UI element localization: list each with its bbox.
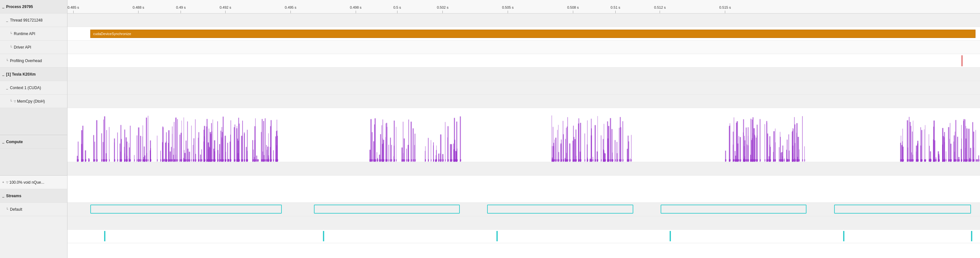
sidebar-item-context-cuda[interactable]: ⎯ Context 1 (CUDA) — [0, 81, 67, 95]
sidebar-item-thread[interactable]: ⎯ Thread 991721248 — [0, 13, 67, 27]
leaf-icon: └ — [5, 207, 9, 212]
teal-tick — [670, 231, 671, 241]
sidebar: ⎯ Process 29795 ⎯ Thread 991721248 └ Run… — [0, 0, 67, 258]
sidebar-item-streams[interactable]: ⎯ Streams — [0, 189, 67, 203]
ruler-tick-label: 0.51 s — [611, 5, 620, 9]
timeline-row-runtime — [67, 40, 980, 54]
ruler-tick: 0.495 s — [285, 5, 296, 13]
runtime-api-label: Runtime API — [14, 32, 35, 36]
ruler-tick-label: 0.512 s — [654, 5, 666, 9]
teal-tick — [104, 231, 105, 241]
sidebar-item-runtime-api[interactable]: └ Runtime API — [0, 27, 67, 40]
minus-icon: ⎯ — [5, 86, 9, 90]
ruler-tick-line — [181, 11, 181, 13]
context-cuda-label: Context 1 (CUDA) — [10, 86, 41, 90]
ruler-tick-line — [442, 11, 443, 13]
ruler-tick-line — [615, 11, 616, 13]
ruler-tick-line — [138, 11, 138, 13]
teal-block[interactable] — [487, 205, 633, 214]
ruler-tick-label: 0.492 s — [220, 5, 231, 9]
leaf-icon: └ — [9, 45, 13, 49]
timeline-row-compute — [67, 162, 980, 176]
cuda-synchronize-bar[interactable]: cudaDeviceSynchronize — [90, 30, 975, 38]
memcpy-spikes-canvas — [67, 108, 980, 162]
timeline-row-streams — [67, 216, 980, 230]
timeline-row-context — [67, 95, 980, 108]
ruler-tick: 0.505 s — [502, 5, 514, 13]
timeline-row-driver — [67, 54, 980, 67]
ruler-tick-label: 0.49 s — [176, 5, 186, 9]
ruler-tick: 0.485 s — [67, 5, 79, 13]
minus-icon: ⎯ — [1, 5, 5, 9]
sidebar-item-tesla[interactable]: ⎯ [1] Tesla K20Xm — [0, 67, 67, 81]
ruler-tick-label: 0.488 s — [133, 5, 144, 9]
ruler-tick-label: 0.515 s — [719, 5, 731, 9]
ruler-tick: 0.508 s — [567, 5, 579, 13]
teal-tick — [496, 231, 498, 241]
filter-icon: ▽ — [6, 181, 8, 184]
ruler-tick-line — [508, 11, 508, 13]
leaf-icon: └ — [9, 32, 13, 36]
ruler-tick-label: 0.502 s — [437, 5, 449, 9]
timeline-ruler: 0.485 s0.488 s0.49 s0.492 s0.495 s0.498 … — [67, 0, 980, 13]
timeline-row-tesla — [67, 81, 980, 95]
ruler-tick-line — [225, 11, 226, 13]
timeline-row-thread: cudaDeviceSynchronize — [67, 27, 980, 40]
sidebar-item-void-nque[interactable]: + ▽ 100.0% void nQue... — [0, 176, 67, 189]
ruler-tick-label: 0.498 s — [350, 5, 361, 9]
sidebar-item-compute[interactable]: ⎯ Compute — [0, 135, 67, 149]
ruler-tick-label: 0.485 s — [67, 5, 79, 9]
ruler-tick: 0.502 s — [437, 5, 449, 13]
tesla-label: [1] Tesla K20Xm — [6, 72, 36, 77]
red-marker — [962, 55, 963, 66]
timeline-row-compute-space — [67, 176, 980, 203]
ruler-tick: 0.512 s — [654, 5, 666, 13]
plus-icon: + — [1, 181, 5, 184]
sidebar-item-profiling-overhead[interactable]: └ Profiling Overhead — [0, 54, 67, 67]
minus-icon: ⎯ — [1, 72, 5, 76]
ruler-tick-line — [725, 11, 725, 13]
sidebar-item-default[interactable]: └ Default — [0, 203, 67, 216]
profiling-overhead-label: Profiling Overhead — [10, 59, 42, 63]
ruler-tick-line — [660, 11, 660, 13]
ruler-tick: 0.498 s — [350, 5, 361, 13]
ruler-tick: 0.49 s — [176, 5, 186, 13]
teal-tick — [843, 231, 845, 241]
sidebar-spacer-1 — [0, 108, 67, 135]
ruler-tick-line — [397, 11, 398, 13]
ruler-tick: 0.5 s — [393, 5, 401, 13]
ruler-tick: 0.488 s — [133, 5, 144, 13]
thread-label: Thread 991721248 — [10, 18, 42, 22]
minus-icon: ⎯ — [1, 140, 5, 144]
ruler-tick-line — [356, 11, 356, 13]
sidebar-item-process[interactable]: ⎯ Process 29795 — [0, 0, 67, 13]
timeline-row-profiling — [67, 67, 980, 81]
process-label: Process 29795 — [6, 5, 33, 9]
ruler-tick-line — [573, 11, 573, 13]
sidebar-item-memcpy[interactable]: └ ▽ MemCpy (DtoH) — [0, 95, 67, 108]
teal-block[interactable] — [834, 205, 971, 214]
ruler-tick: 0.515 s — [719, 5, 731, 13]
ruler-tick-label: 0.495 s — [285, 5, 296, 9]
leaf-icon: └ — [5, 59, 9, 63]
teal-block[interactable] — [314, 205, 460, 214]
timeline-row-process — [67, 13, 980, 27]
driver-api-label: Driver API — [14, 45, 31, 50]
teal-tick — [971, 231, 972, 241]
teal-tick — [323, 231, 324, 241]
default-label: Default — [10, 207, 22, 212]
minus-icon: ⎯ — [5, 18, 9, 22]
ruler-tick-label: 0.5 s — [393, 5, 401, 9]
teal-block[interactable] — [90, 205, 282, 214]
teal-block[interactable] — [660, 205, 807, 214]
timeline-area: cudaDeviceSynchronize — [67, 13, 980, 258]
minus-icon: ⎯ — [1, 194, 5, 198]
timeline-row-memcpy — [67, 108, 980, 162]
ruler-tick-label: 0.505 s — [502, 5, 514, 9]
ruler-tick: 0.492 s — [220, 5, 231, 13]
sidebar-item-driver-api[interactable]: └ Driver API — [0, 40, 67, 54]
compute-label: Compute — [6, 139, 23, 144]
cuda-synchronize-label: cudaDeviceSynchronize — [93, 32, 131, 36]
sidebar-spacer-2 — [0, 149, 67, 176]
timeline-row-kernel — [67, 203, 980, 216]
